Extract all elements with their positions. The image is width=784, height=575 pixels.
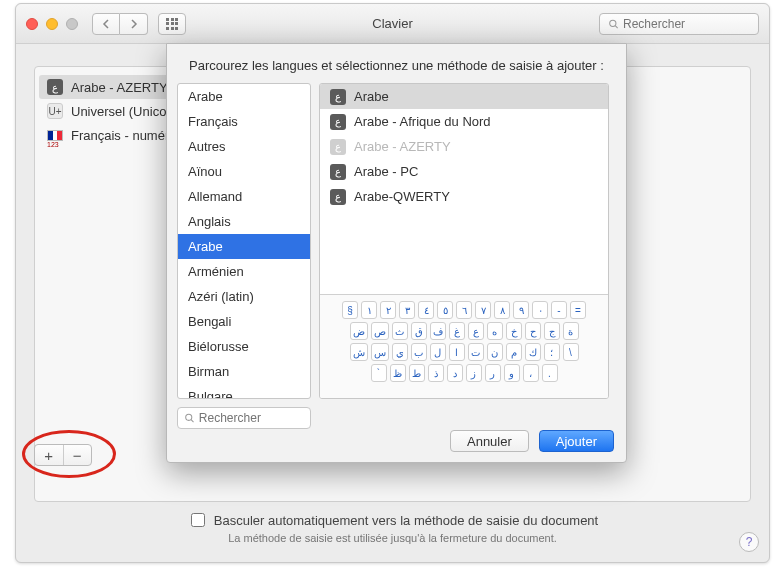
key: ، <box>523 364 539 382</box>
back-button[interactable] <box>92 13 120 35</box>
language-row[interactable]: Bulgare <box>178 384 310 398</box>
key: د <box>447 364 463 382</box>
key: . <box>542 364 558 382</box>
method-row[interactable]: عArabe - Afrique du Nord <box>320 109 608 134</box>
key: ٦ <box>456 301 472 319</box>
auto-switch-row[interactable]: Basculer automatiquement vers la méthode… <box>16 510 769 530</box>
key: ؛ <box>544 343 560 361</box>
language-row[interactable]: Azéri (latin) <box>178 284 310 309</box>
nav-buttons <box>92 13 148 35</box>
arabic-icon: ع <box>47 79 63 95</box>
french-flag-icon: 123 <box>47 130 63 141</box>
zoom-window-icon <box>66 18 78 30</box>
add-input-source-sheet: Parcourez les langues et sélectionnez un… <box>166 43 627 463</box>
key: ط <box>409 364 425 382</box>
language-row[interactable]: Arménien <box>178 259 310 284</box>
language-row[interactable]: Arabe <box>178 84 310 109</box>
method-label: Arabe - Afrique du Nord <box>354 114 491 129</box>
svg-point-0 <box>610 20 616 26</box>
method-label: Arabe - PC <box>354 164 418 179</box>
key: § <box>342 301 358 319</box>
key: = <box>570 301 586 319</box>
language-row[interactable]: Anglais <box>178 209 310 234</box>
key: ق <box>411 322 427 340</box>
language-row[interactable]: Biélorusse <box>178 334 310 359</box>
language-pane: ArabeFrançaisAutresAïnouAllemandAnglaisA… <box>177 83 311 399</box>
key: ر <box>485 364 501 382</box>
method-row[interactable]: عArabe <box>320 84 608 109</box>
key: ا <box>449 343 465 361</box>
language-row[interactable]: Aïnou <box>178 159 310 184</box>
key: غ <box>449 322 465 340</box>
key: \ <box>563 343 579 361</box>
method-label: Arabe - AZERTY <box>354 139 451 154</box>
key: ٣ <box>399 301 415 319</box>
key: ن <box>487 343 503 361</box>
key: ص <box>371 322 389 340</box>
key: - <box>551 301 567 319</box>
key: ه <box>487 322 503 340</box>
toolbar-search[interactable] <box>599 13 759 35</box>
key: ح <box>525 322 541 340</box>
close-window-icon[interactable] <box>26 18 38 30</box>
language-row[interactable]: Français <box>178 109 310 134</box>
language-row[interactable]: Allemand <box>178 184 310 209</box>
cancel-button[interactable]: Annuler <box>450 430 529 452</box>
key: ١ <box>361 301 377 319</box>
add-source-button[interactable]: + <box>35 445 63 465</box>
language-row[interactable]: Arabe <box>178 234 310 259</box>
language-list[interactable]: ArabeFrançaisAutresAïnouAllemandAnglaisA… <box>178 84 310 398</box>
unicode-icon: U+ <box>47 103 63 119</box>
remove-source-button[interactable]: − <box>64 445 92 465</box>
language-row[interactable]: Bengali <box>178 309 310 334</box>
sheet-prompt: Parcourez les langues et sélectionnez un… <box>167 44 626 83</box>
key: ل <box>430 343 446 361</box>
method-list[interactable]: عArabeعArabe - Afrique du NordعArabe - A… <box>320 84 608 294</box>
key: ٧ <box>475 301 491 319</box>
keyboard-preview: §١٢٣٤٥٦٧٨٩٠-=ضصثقفغعهخحجةشسيبلاتنمك؛\`ظط… <box>320 294 608 398</box>
forward-button[interactable] <box>120 13 148 35</box>
minimize-window-icon[interactable] <box>46 18 58 30</box>
sheet-search[interactable] <box>177 407 311 429</box>
key: ث <box>392 322 408 340</box>
add-remove-group: + − <box>34 444 92 466</box>
method-row[interactable]: عArabe-QWERTY <box>320 184 608 209</box>
key: ة <box>563 322 579 340</box>
key: ب <box>411 343 427 361</box>
key: ذ <box>428 364 444 382</box>
key: ` <box>371 364 387 382</box>
method-row[interactable]: عArabe - PC <box>320 159 608 184</box>
key: ٥ <box>437 301 453 319</box>
method-label: Arabe <box>354 89 389 104</box>
key: ٠ <box>532 301 548 319</box>
key: ش <box>350 343 368 361</box>
help-button[interactable]: ? <box>739 532 759 552</box>
svg-line-1 <box>615 25 617 27</box>
sheet-search-input[interactable] <box>195 410 304 426</box>
key: ٤ <box>418 301 434 319</box>
arabic-icon: ع <box>330 139 346 155</box>
key: ك <box>525 343 541 361</box>
key: ٩ <box>513 301 529 319</box>
arabic-icon: ع <box>330 189 346 205</box>
toolbar-search-input[interactable] <box>619 16 750 32</box>
show-all-button[interactable] <box>158 13 186 35</box>
method-label: Arabe-QWERTY <box>354 189 450 204</box>
key: ع <box>468 322 484 340</box>
auto-switch-subtext: La méthode de saisie est utilisée jusqu'… <box>16 532 769 544</box>
key: ٨ <box>494 301 510 319</box>
arabic-icon: ع <box>330 164 346 180</box>
language-row[interactable]: Birman <box>178 359 310 384</box>
auto-switch-label: Basculer automatiquement vers la méthode… <box>214 513 598 528</box>
svg-line-3 <box>191 420 193 422</box>
key: س <box>371 343 389 361</box>
add-button[interactable]: Ajouter <box>539 430 614 452</box>
method-pane: عArabeعArabe - Afrique du NordعArabe - A… <box>319 83 609 399</box>
method-row: عArabe - AZERTY <box>320 134 608 159</box>
language-row[interactable]: Autres <box>178 134 310 159</box>
key: ت <box>468 343 484 361</box>
key: ي <box>392 343 408 361</box>
source-label: Arabe - AZERTY <box>71 80 168 95</box>
auto-switch-checkbox[interactable] <box>191 513 205 527</box>
key: ظ <box>390 364 406 382</box>
